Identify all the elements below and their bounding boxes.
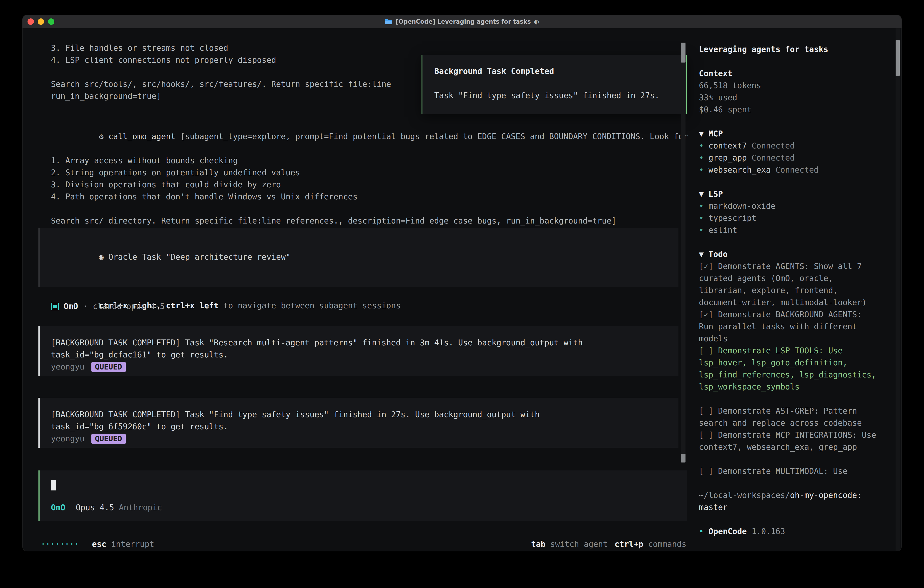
fisheye-icon: ◉ [99,253,104,261]
sidebar-scrollbar-thumb[interactable] [896,40,900,76]
triangle-down-icon: ▼ [699,248,704,260]
status-badge: QUEUED [91,434,126,444]
conversation-pane[interactable]: 3. File handles or streams not closed 4.… [23,28,691,551]
mcp-section-label: MCP [708,128,723,140]
todo-item: [✓] Demonstrate BACKGROUND AGENTS: Run p… [699,309,881,345]
mcp-item: • websearch_exa Connected [699,164,881,176]
gear-icon: ⚙ [99,132,104,141]
hint-text: to navigate between subagent sessions [219,301,401,310]
lsp-item: • markdown-oxide [699,200,881,212]
workspace-repo: oh-my-opencode: [790,491,862,500]
folder-icon [385,18,393,25]
esc-key-hint: esc [92,538,106,550]
prompt-input[interactable]: OmO Opus 4.5 Anthropic [38,471,687,521]
main-scrollbar-mark[interactable] [681,454,685,462]
todo-item: [ ] Demonstrate LSP TOOLS: Use lsp_hover… [699,345,881,393]
workspace-branch: master [699,503,728,512]
oracle-task-box: ◉Oracle Task "Deep architecture review" … [38,228,678,287]
lsp-name: eslint [708,224,737,236]
mcp-name: websearch_exa [708,164,771,176]
text-cursor [51,480,56,491]
titlebar[interactable]: [OpenCode] Leveraging agents for tasks ◐ [23,15,901,28]
mcp-name: context7 [708,140,747,152]
log-line: 3. File handles or streams not closed [51,42,391,54]
context-heading: Context [699,68,881,79]
main-scrollbar-track[interactable] [681,42,685,463]
app-footer: • OpenCode 1.0.163 [699,525,881,537]
window-controls [28,18,54,25]
task-meta: yeongyu QUEUED [51,433,678,445]
tool-line: Search src/ directory. Return specific f… [51,215,688,227]
todo-item: [✓] Demonstrate AGENTS: Show all 7 curat… [699,260,881,309]
workspace-prefix: ~/local-workspaces/ [699,491,790,500]
todo-section-header[interactable]: ▼ Todo [699,248,881,260]
tab-key-label: switch agent [550,538,608,550]
input-model: Opus 4.5 [76,502,114,514]
triangle-down-icon: ▼ [699,188,704,200]
minimize-window-button[interactable] [38,18,44,25]
tool-line: 1. Array access without bounds checking [51,155,688,167]
status-badge: QUEUED [91,362,126,372]
todo-item: [ ] Demonstrate MCP INTEGRATIONS: Use co… [699,429,881,453]
zoom-window-button[interactable] [48,18,54,25]
tool-call-header: ⚙call_omo_agent[subagent_type=explore, p… [51,119,688,155]
bullet-icon: • [699,140,704,152]
lsp-section-header[interactable]: ▼ LSP [699,188,881,200]
bullet-icon: • [699,525,704,537]
opencode-window: [OpenCode] Leveraging agents for tasks ◐… [23,15,901,551]
background-task-card: [BACKGROUND TASK COMPLETED] Task "Find t… [38,398,678,448]
oracle-task-title: Oracle Task "Deep architecture review" [109,253,290,261]
mcp-item: • grep_app Connected [699,152,881,164]
todo-item: [ ] Demonstrate AST-GREP: Pattern search… [699,405,881,429]
tool-line: 4. Path operations that don't handle Win… [51,191,688,203]
bullet-icon: • [699,212,704,224]
ctrlp-key-label: commands [648,538,686,550]
session-title: Leveraging agents for tasks [699,43,881,56]
spinner-dots-icon: ········ [41,538,79,550]
mcp-status: Connected [752,152,795,164]
close-window-button[interactable] [28,18,34,25]
mcp-item: • context7 Connected [699,140,881,152]
session-sidebar[interactable]: Leveraging agents for tasks Context 66,5… [691,28,901,551]
app-version: 1.0.163 [752,525,785,537]
window-title: [OpenCode] Leveraging agents for tasks ◐ [23,15,901,28]
tool-args: [subagent_type=explore, prompt=Find pote… [180,132,688,141]
task-text-line: [BACKGROUND TASK COMPLETED] Task "Resear… [51,337,678,349]
window-title-text: [OpenCode] Leveraging agents for tasks [396,18,531,25]
mcp-section-header[interactable]: ▼ MCP [699,128,881,140]
bullet-icon: • [699,164,704,176]
status-bar-right: tab switch agent ctrl+p commands [531,538,686,550]
tool-line: 3. Division operations that could divide… [51,179,688,191]
mcp-status: Connected [776,164,819,176]
main-scrollbar-thumb[interactable] [681,43,685,63]
context-used: 33% used [699,92,881,104]
context-spent: $0.46 spent [699,104,881,116]
esc-key-label: interrupt [111,538,154,550]
log-block: 3. File handles or streams not closed 4.… [51,42,391,102]
tool-line: 2. String operations on potentially unde… [51,167,688,179]
bullet-icon: • [699,224,704,236]
task-text-line: [BACKGROUND TASK COMPLETED] Task "Find t… [51,409,678,421]
log-line [51,66,391,78]
toast-body: Task "Find type safety issues" finished … [434,89,674,102]
ctrlp-key-hint: ctrl+p [615,538,643,550]
oracle-title-line: ◉Oracle Task "Deep architecture review" [51,239,678,275]
lsp-item: • typescript [699,212,881,224]
lsp-section-label: LSP [708,188,723,200]
task-user: yeongyu [51,433,84,445]
todo-item: [ ] Demonstrate MULTIMODAL: Use [699,465,881,477]
sidebar-scrollbar-track[interactable] [896,28,900,551]
task-text-line: task_id="bg_dcfac161" to get results. [51,349,678,361]
agent-model: claude-opus-4-5 [93,301,165,312]
todo-section-label: Todo [708,248,728,260]
task-user: yeongyu [51,361,84,373]
input-meta: OmO Opus 4.5 Anthropic [51,502,687,514]
session-progress-icon: ◐ [534,18,539,25]
bullet-icon: • [699,200,704,212]
status-bar: ········ esc interrupt tab switch agent … [41,538,686,550]
agent-checkbox-icon [51,303,59,311]
lsp-name: typescript [708,212,756,224]
bullet-icon: • [699,152,704,164]
tool-line [51,203,688,215]
tab-key-hint: tab [531,538,545,550]
